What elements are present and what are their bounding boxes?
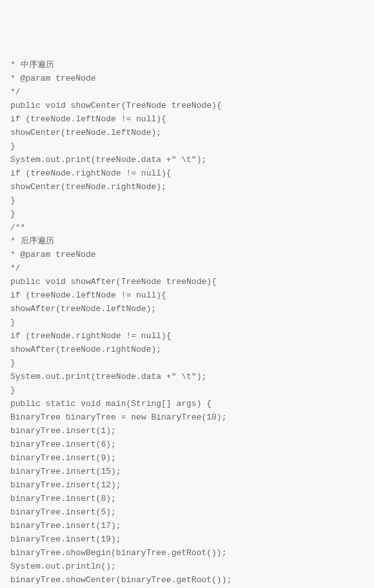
- code-line: public void showCenter(TreeNode treeNode…: [5, 99, 369, 112]
- code-line: binaryTree.insert(15);: [5, 465, 369, 478]
- code-line: public static void main(String[] args) {: [5, 397, 369, 411]
- code-line: * @param treeNode: [5, 72, 369, 85]
- code-line: System.out.print(treeNode.data +" \t");: [5, 153, 369, 167]
- code-line: }: [5, 139, 369, 153]
- code-line: binaryTree.insert(8);: [5, 492, 369, 505]
- code-line: BinaryTree binaryTree = new BinaryTree(1…: [5, 411, 369, 424]
- code-line: }: [5, 207, 369, 221]
- code-line: binaryTree.insert(12);: [5, 478, 369, 492]
- code-line: binaryTree.insert(17);: [5, 519, 369, 532]
- code-line: if (treeNode.leftNode != null){: [5, 112, 369, 126]
- code-line: showAfter(treeNode.leftNode);: [5, 302, 369, 316]
- code-line: /**: [5, 221, 369, 234]
- code-line: if (treeNode.leftNode != null){: [5, 289, 369, 302]
- code-line: showAfter(treeNode.rightNode);: [5, 343, 369, 356]
- code-line: * 后序遍历: [5, 234, 369, 248]
- code-line: showCenter(treeNode.leftNode);: [5, 126, 369, 139]
- code-line: */: [5, 261, 369, 275]
- code-line: }: [5, 194, 369, 207]
- code-line: binaryTree.showCenter(binaryTree.getRoot…: [5, 573, 369, 587]
- code-line: System.out.println();: [5, 560, 369, 573]
- code-line: }: [5, 356, 369, 370]
- code-line: System.out.print(treeNode.data +" \t");: [5, 370, 369, 383]
- code-line: */: [5, 85, 369, 99]
- code-line: binaryTree.insert(1);: [5, 424, 369, 438]
- code-line: if (treeNode.rightNode != null){: [5, 329, 369, 343]
- code-line: public void showAfter(TreeNode treeNode)…: [5, 275, 369, 289]
- code-line: if (treeNode.rightNode != null){: [5, 167, 369, 180]
- code-line: }: [5, 316, 369, 329]
- code-line: binaryTree.insert(5);: [5, 505, 369, 519]
- code-line: * @param treeNode: [5, 248, 369, 261]
- code-block: * 中序遍历* @param treeNode*/public void sho…: [5, 58, 369, 588]
- code-line: binaryTree.insert(19);: [5, 532, 369, 546]
- code-line: * 中序遍历: [5, 58, 369, 72]
- code-line: binaryTree.showBegin(binaryTree.getRoot(…: [5, 546, 369, 560]
- code-line: binaryTree.insert(6);: [5, 438, 369, 451]
- code-line: }: [5, 383, 369, 397]
- code-line: binaryTree.insert(9);: [5, 451, 369, 465]
- code-line: showCenter(treeNode.rightNode);: [5, 180, 369, 194]
